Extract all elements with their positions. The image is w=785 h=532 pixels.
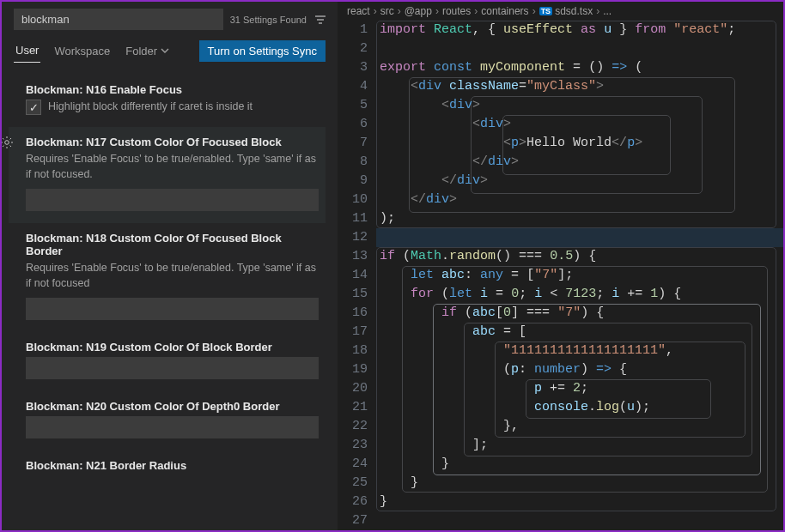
code-line[interactable]: <div> [380, 96, 783, 115]
setting-item[interactable]: Blockman: N16 Enable Focus✓Highlight blo… [9, 75, 326, 127]
setting-description: Highlight block differently if caret is … [48, 100, 253, 115]
settings-found-count: 31 Settings Found [230, 15, 307, 25]
setting-title: Blockman: N19 Custom Color Of Block Bord… [26, 341, 319, 354]
line-number: 2 [338, 39, 368, 58]
line-number: 1 [338, 21, 368, 39]
typescript-badge-icon: TS [539, 7, 553, 15]
settings-search-input[interactable] [14, 9, 223, 30]
code-line[interactable]: for (let i = 0; i < 7123; i += 1) { [380, 285, 783, 304]
line-number: 9 [338, 172, 368, 190]
code-line[interactable]: (p: number) => { [380, 360, 783, 379]
setting-text-input[interactable] [26, 298, 319, 320]
line-number: 20 [338, 379, 368, 398]
code-line[interactable]: if (abc[0] === "7") { [380, 304, 783, 323]
bc-part[interactable]: @app [405, 5, 432, 17]
line-number: 11 [338, 209, 368, 228]
checkbox[interactable]: ✓ [26, 100, 41, 115]
setting-item[interactable]: Blockman: N21 Border Radius [9, 450, 326, 487]
setting-title: Blockman: N20 Custom Color Of Depth0 Bor… [26, 400, 319, 413]
code-line[interactable]: </div> [380, 190, 783, 209]
code-line[interactable] [380, 228, 783, 247]
bc-file[interactable]: TS sdsd.tsx [539, 5, 593, 17]
line-number: 26 [338, 493, 368, 511]
line-number: 15 [338, 285, 368, 304]
code-line[interactable]: </div> [380, 172, 783, 190]
line-number: 19 [338, 360, 368, 379]
setting-item[interactable]: Blockman: N18 Custom Color Of Focused Bl… [9, 223, 326, 332]
line-number: 3 [338, 58, 368, 77]
bc-part[interactable]: src [380, 5, 394, 17]
bc-sep: › [435, 5, 439, 17]
bc-sep: › [374, 5, 377, 17]
code-content[interactable]: import React, { useEffect as u } from "r… [376, 21, 783, 530]
line-number: 16 [338, 304, 368, 323]
code-line[interactable]: }, [380, 417, 783, 436]
setting-item[interactable]: Blockman: N17 Custom Color Of Focused Bl… [9, 127, 326, 223]
setting-text-input[interactable] [26, 416, 319, 438]
tab-workspace[interactable]: Workspace [52, 39, 112, 63]
bc-trail[interactable]: ... [603, 5, 612, 17]
code-line[interactable] [380, 39, 783, 58]
line-number: 18 [338, 342, 368, 360]
code-line[interactable]: let abc: any = ["7"]; [380, 266, 783, 285]
tab-folder[interactable]: Folder [124, 39, 171, 63]
bc-sep: › [596, 5, 599, 17]
line-number: 24 [338, 455, 368, 474]
code-line[interactable]: "1111111111111111111", [380, 342, 783, 360]
setting-item[interactable]: Blockman: N19 Custom Color Of Block Bord… [9, 332, 326, 391]
code-line[interactable]: if (Math.random() === 0.5) { [380, 247, 783, 266]
line-number: 13 [338, 247, 368, 266]
settings-sync-button[interactable]: Turn on Settings Sync [199, 40, 326, 62]
tab-folder-label: Folder [125, 45, 157, 57]
line-number: 21 [338, 398, 368, 417]
code-line[interactable]: } [380, 455, 783, 474]
line-number: 25 [338, 474, 368, 493]
settings-tabs: User Workspace Folder Turn on Settings S… [2, 35, 338, 63]
setting-title: Blockman: N18 Custom Color Of Focused Bl… [26, 232, 319, 257]
bc-part[interactable]: react [347, 5, 370, 17]
setting-checkbox-row: ✓Highlight block differently if caret is… [26, 100, 319, 115]
line-number: 7 [338, 134, 368, 153]
bc-part[interactable]: containers [481, 5, 528, 17]
code-line[interactable]: ]; [380, 436, 783, 455]
bc-part[interactable]: routes [442, 5, 471, 17]
setting-description: Requires 'Enable Focus' to be true/enabl… [26, 261, 319, 291]
code-line[interactable]: import React, { useEffect as u } from "r… [380, 21, 783, 39]
code-line[interactable]: <p>Hello World</p> [380, 134, 783, 153]
code-line[interactable]: ); [380, 209, 783, 228]
bc-sep: › [398, 5, 401, 17]
line-number: 27 [338, 511, 368, 530]
settings-search-row: 31 Settings Found [2, 2, 338, 35]
code-line[interactable]: console.log(u); [380, 398, 783, 417]
code-line[interactable]: } [380, 474, 783, 493]
code-line[interactable]: abc = [ [380, 323, 783, 342]
settings-panel: 31 Settings Found User Workspace Folder … [2, 2, 338, 530]
code-line[interactable]: </div> [380, 153, 783, 172]
code-editor[interactable]: 1234567891011121314151617181920212223242… [338, 21, 783, 530]
code-line[interactable]: export const myComponent = () => ( [380, 58, 783, 77]
svg-point-3 [5, 141, 9, 145]
setting-title: Blockman: N21 Border Radius [26, 459, 319, 472]
setting-description: Requires 'Enable Focus' to be true/enabl… [26, 152, 319, 182]
line-number: 12 [338, 228, 368, 247]
code-line[interactable]: <div> [380, 115, 783, 134]
code-line[interactable]: } [380, 493, 783, 511]
setting-text-input[interactable] [26, 357, 319, 379]
line-number-gutter: 1234567891011121314151617181920212223242… [338, 21, 376, 530]
setting-title: Blockman: N17 Custom Color Of Focused Bl… [26, 136, 319, 148]
line-number: 22 [338, 417, 368, 436]
tab-user[interactable]: User [14, 39, 40, 63]
line-number: 8 [338, 153, 368, 172]
code-line[interactable]: p += 2; [380, 379, 783, 398]
settings-list[interactable]: Blockman: N16 Enable Focus✓Highlight blo… [2, 63, 338, 530]
breadcrumbs[interactable]: react› src› @app› routes› containers› TS… [338, 2, 783, 21]
chevron-down-icon [161, 45, 169, 57]
filter-icon[interactable] [313, 13, 327, 27]
setting-text-input[interactable] [26, 189, 319, 211]
bc-sep: › [532, 5, 536, 17]
gear-icon[interactable] [2, 136, 14, 152]
code-line[interactable]: <div className="myClass"> [380, 77, 783, 96]
code-line[interactable] [380, 511, 783, 530]
setting-title: Blockman: N16 Enable Focus [26, 83, 319, 96]
setting-item[interactable]: Blockman: N20 Custom Color Of Depth0 Bor… [9, 391, 326, 450]
